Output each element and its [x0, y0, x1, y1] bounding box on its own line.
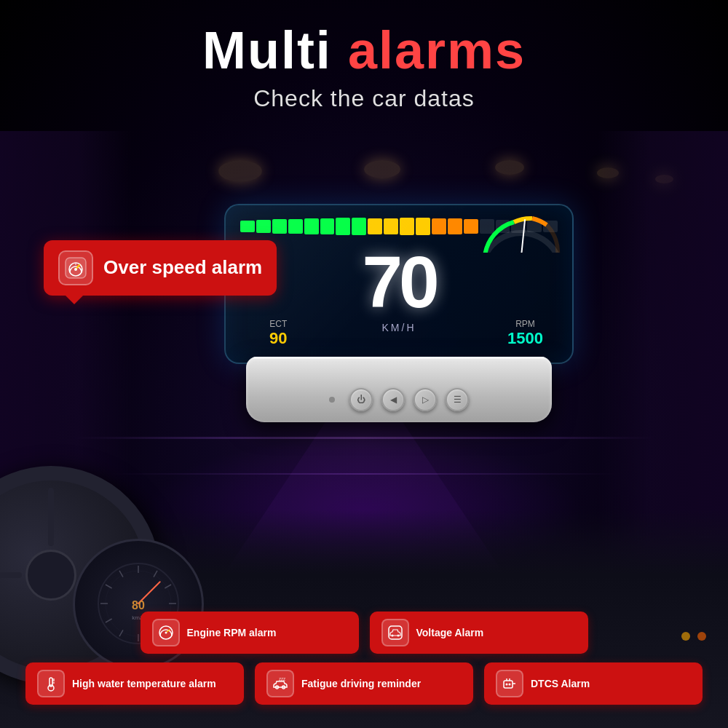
svg-point-31	[397, 635, 399, 637]
device-indicator-dot	[329, 397, 335, 403]
water-temp-badge: High water temperature alarm	[25, 662, 244, 705]
over-speed-callout: Over speed alarm	[44, 240, 277, 296]
dtcs-badge: DTCS Alarm	[484, 662, 703, 705]
voltage-label: Voltage Alarm	[416, 626, 484, 639]
speedometer-svg	[64, 256, 87, 280]
engine-rpm-label: Engine RPM alarm	[187, 626, 277, 639]
voltage-badge: Voltage Alarm	[370, 612, 588, 654]
fatigue-badge: ZZZ Fatigue driving reminder	[255, 662, 473, 705]
engine-rpm-badge: Engine RPM alarm	[141, 612, 359, 654]
svg-point-32	[48, 685, 54, 691]
svg-point-44	[506, 684, 508, 686]
ect-label: ECT	[269, 319, 287, 329]
device-next-btn[interactable]: ▷	[414, 388, 437, 411]
ect-reading: ECT 90	[269, 319, 287, 348]
header: Multi alarms Check the car datas	[0, 0, 728, 112]
rpm-label: RPM	[507, 319, 543, 329]
title-alarms: alarms	[348, 21, 526, 79]
svg-point-30	[391, 635, 393, 637]
device-buttons: ⏻ ◀ ▷ ☰	[329, 388, 469, 411]
voltage-icon	[381, 619, 409, 646]
device-menu-btn[interactable]: ☰	[446, 388, 469, 411]
rpm-reading: RPM 1500	[507, 319, 543, 348]
over-speed-label: Over speed alarm	[103, 256, 262, 279]
fatigue-label: Fatigue driving reminder	[301, 677, 421, 690]
svg-line-17	[521, 220, 525, 253]
water-temp-icon	[37, 670, 65, 697]
device-prev-btn[interactable]: ◀	[381, 388, 405, 411]
main-content: Multi alarms Check the car datas	[0, 0, 728, 728]
subtitle: Check the car datas	[0, 85, 728, 112]
arc-gauge	[478, 209, 565, 253]
over-speed-icon	[58, 250, 93, 285]
alarm-row-1: Engine RPM alarm Voltage Alarm	[15, 612, 713, 654]
speed-display: 70	[362, 245, 435, 318]
svg-point-22	[74, 268, 77, 271]
rpm-value: 1500	[507, 329, 543, 348]
engine-rpm-icon	[152, 619, 180, 646]
title-space	[332, 21, 348, 79]
ect-value: 90	[269, 329, 287, 348]
svg-rect-40	[504, 681, 513, 688]
device-sheen	[253, 357, 545, 359]
svg-text:ZZZ: ZZZ	[279, 677, 285, 681]
hud-device-base: ⏻ ◀ ▷ ☰	[246, 357, 552, 422]
dtcs-label: DTCS Alarm	[531, 677, 590, 690]
main-title: Multi alarms	[0, 22, 728, 79]
svg-point-28	[165, 632, 167, 634]
fatigue-icon: ZZZ	[266, 670, 294, 697]
callout-box: Over speed alarm	[44, 240, 277, 296]
bottom-alarms: Engine RPM alarm Voltage Alarm	[0, 612, 728, 713]
device-power-btn[interactable]: ⏻	[349, 388, 373, 411]
svg-point-45	[509, 684, 511, 686]
hud-device-container: 70 KM/H ECT 90 RPM 1500 ⏻ ◀	[224, 204, 574, 422]
water-temp-label: High water temperature alarm	[72, 677, 216, 690]
dtcs-icon	[496, 670, 523, 697]
alarm-row-2: High water temperature alarm ZZZ Fatigue…	[15, 662, 713, 705]
title-multi: Multi	[202, 21, 332, 79]
speed-unit: KM/H	[382, 322, 416, 333]
